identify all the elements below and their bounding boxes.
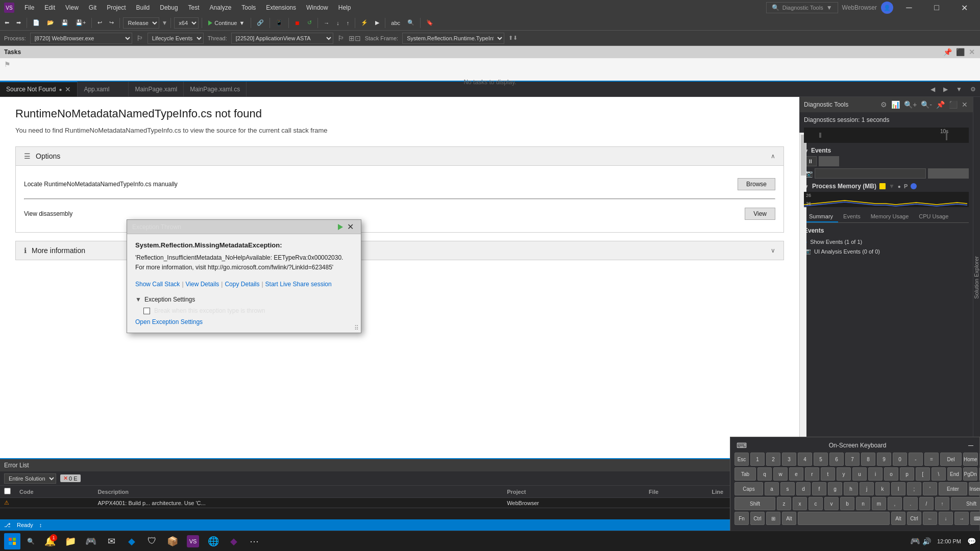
taskbar-purple[interactable]: ◆ <box>225 532 243 550</box>
error-search-input[interactable] <box>856 473 958 484</box>
col-header-file[interactable]: File <box>645 486 707 498</box>
tab-mainpage-xaml[interactable]: MainPage.xaml <box>129 82 184 96</box>
menu-window[interactable]: Window <box>302 2 332 13</box>
diag-close-btn[interactable]: ✕ <box>961 101 969 109</box>
bookmark-btn[interactable]: 🔖 <box>424 17 436 29</box>
col-header-checkbox[interactable] <box>0 486 15 498</box>
diag-pin-btn[interactable]: 📌 <box>935 101 946 109</box>
diag-tab-summary[interactable]: Summary <box>804 211 838 222</box>
taskbar-vs-code[interactable]: ◆ <box>122 532 141 550</box>
taskbar-vs-main[interactable]: VS <box>184 532 202 550</box>
error-search-btn[interactable]: 🔍 <box>960 473 976 484</box>
copy-details-link[interactable]: Copy Details <box>225 281 259 288</box>
tab-scroll-right[interactable]: ▶ <box>939 86 952 93</box>
exception-continue-btn[interactable] <box>338 224 343 230</box>
menu-view[interactable]: View <box>61 2 83 13</box>
menu-debug[interactable]: Debug <box>156 2 182 13</box>
lifecycle-select[interactable]: Lifecycle Events <box>148 33 204 44</box>
continue-button[interactable]: Continue ▼ <box>205 19 248 27</box>
taskbar-shield[interactable]: 🛡 <box>143 532 161 550</box>
col-header-project[interactable]: Project <box>503 486 645 498</box>
menu-edit[interactable]: Edit <box>40 2 59 13</box>
exception-close-btn[interactable]: ✕ <box>345 222 356 232</box>
step-over-btn[interactable]: → <box>321 17 332 29</box>
find-btn[interactable]: 🔍 <box>405 17 417 29</box>
menu-help[interactable]: Help <box>334 2 355 13</box>
tab-source-close[interactable]: ✕ <box>65 85 71 93</box>
tab-source-not-found[interactable]: Source Not Found ● ✕ <box>0 82 78 96</box>
forward-btn[interactable]: ➡ <box>14 17 23 29</box>
resize-handle[interactable]: ⠿ <box>354 324 359 332</box>
exc-settings-header[interactable]: ▼ Exception Settings <box>135 296 353 303</box>
col-header-line[interactable]: Line <box>707 486 777 498</box>
stack-select[interactable]: System.Reflection.Runtime.TypeInfos.Runt… <box>402 33 504 44</box>
diag-float-btn[interactable]: ⬛ <box>948 101 959 109</box>
memory-filter-icon[interactable]: ▼ <box>889 183 895 190</box>
tab-app-xaml[interactable]: App.xaml <box>78 82 129 96</box>
device-btn[interactable]: 📱 <box>273 17 285 29</box>
thread-select[interactable]: [22520] ApplicationView ASTA <box>231 33 333 44</box>
solution-explorer-label[interactable]: Solution Explorer <box>973 254 979 301</box>
error-pin-btn[interactable]: 📌 <box>942 461 953 469</box>
menu-test[interactable]: Test <box>184 2 204 13</box>
save-all-btn[interactable]: 💾+ <box>73 17 88 29</box>
config-select[interactable]: Release <box>123 17 159 29</box>
menu-analyze[interactable]: Analyze <box>206 2 236 13</box>
taskbar-browser[interactable]: 🌐 <box>204 532 223 550</box>
sound-icon[interactable]: 🔊 <box>922 537 931 545</box>
taskbar-terminal[interactable]: 📦 <box>163 532 182 550</box>
new-file-btn[interactable]: 📄 <box>30 17 42 29</box>
taskbar-folder[interactable]: 📁 <box>61 532 80 550</box>
diag-tab-cpu[interactable]: CPU Usage <box>914 211 953 222</box>
debug-stop-btn[interactable]: ⏹ <box>292 17 303 29</box>
select-all-checkbox[interactable] <box>4 488 11 494</box>
diag-settings-btn[interactable]: ⚙ <box>879 101 888 109</box>
close-button[interactable]: ✕ <box>952 0 976 15</box>
open-btn[interactable]: 📂 <box>44 17 57 29</box>
taskbar-search-btn[interactable]: 🔍 <box>22 533 39 549</box>
maximize-button[interactable]: □ <box>925 0 948 15</box>
options-collapse-icon[interactable]: ∧ <box>771 153 775 160</box>
platform-select[interactable]: x64 <box>174 17 199 29</box>
exc-break-checkbox[interactable] <box>143 308 150 314</box>
menu-git[interactable]: Git <box>85 2 101 13</box>
taskbar-notification[interactable]: 🔔 1 <box>41 532 59 550</box>
tab-scroll-left[interactable]: ◀ <box>926 86 939 93</box>
col-header-desc[interactable]: Description <box>93 486 503 498</box>
error-filter-select[interactable]: Entire Solution <box>4 473 56 484</box>
diag-zoom-out[interactable]: 🔍- <box>920 101 933 109</box>
show-events-item[interactable]: » Show Events (1 of 1) <box>804 237 969 246</box>
notification-center-icon[interactable]: 💬 <box>967 537 976 545</box>
tasks-pin-btn[interactable]: 📌 <box>942 48 953 56</box>
minimize-button[interactable]: ─ <box>897 0 921 15</box>
col-header-suppression[interactable]: Suppression State <box>777 486 980 498</box>
taskbar-clock[interactable]: 12:00 PM <box>933 538 965 544</box>
browse-button[interactable]: Browse <box>738 178 775 190</box>
taskbar-games[interactable]: 🎮 <box>82 532 100 550</box>
search-box[interactable]: 🔍 Diagnostic Tools ▼ <box>766 2 838 13</box>
step-into-btn[interactable]: ↓ <box>334 17 342 29</box>
tab-list-btn[interactable]: ▼ <box>952 86 966 93</box>
tab-mainpage-cs[interactable]: MainPage.xaml.cs <box>184 82 247 96</box>
view-button[interactable]: View <box>745 208 775 220</box>
view-details-link[interactable]: View Details <box>186 281 219 288</box>
back-btn[interactable]: ⬅ <box>2 17 12 29</box>
step-out-btn[interactable]: ↑ <box>344 17 352 29</box>
menu-file[interactable]: File <box>20 2 38 13</box>
taskbar-mail[interactable]: ✉ <box>102 532 120 550</box>
undo-btn[interactable]: ↩ <box>95 17 105 29</box>
menu-build[interactable]: Build <box>132 2 154 13</box>
attach-btn[interactable]: 🔗 <box>254 17 266 29</box>
menu-tools[interactable]: Tools <box>237 2 260 13</box>
open-exception-settings-link[interactable]: Open Exception Settings <box>135 318 203 325</box>
events-input[interactable] <box>815 168 926 179</box>
redo-btn[interactable]: ↪ <box>107 17 116 29</box>
diag-tab-memory[interactable]: Memory Usage <box>866 211 914 222</box>
tab-settings-btn[interactable]: ⚙ <box>966 86 980 93</box>
diag-tab-events[interactable]: Events <box>838 211 866 222</box>
lifecycle-icon[interactable]: 🏳 <box>136 34 143 42</box>
live-btn[interactable]: ▶ <box>373 17 382 29</box>
ui-analysis-item[interactable]: 📷 UI Analysis Events (0 of 0) <box>804 246 969 256</box>
menu-project[interactable]: Project <box>103 2 130 13</box>
menu-extensions[interactable]: Extensions <box>262 2 300 13</box>
